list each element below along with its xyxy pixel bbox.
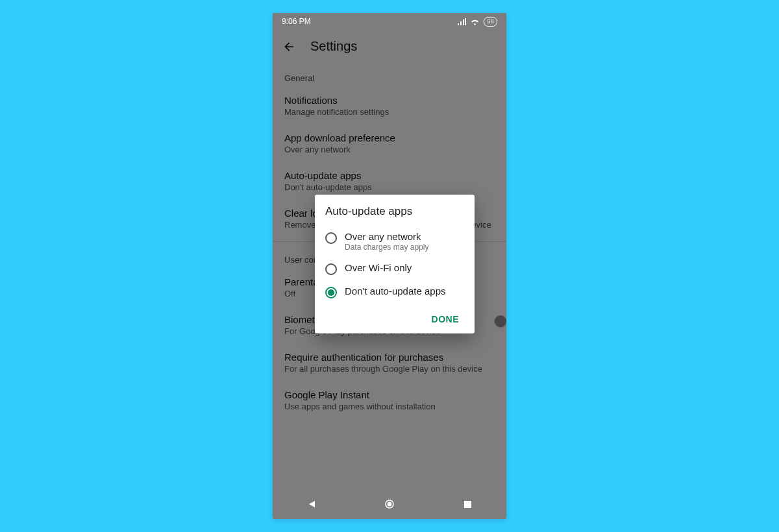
option-label: Over Wi-Fi only [345, 262, 412, 273]
auto-update-dialog: Auto-update apps Over any network Data c… [315, 195, 475, 333]
signal-icon [457, 18, 466, 25]
nav-bar [273, 492, 506, 519]
radio-icon[interactable] [325, 263, 337, 275]
done-button[interactable]: DONE [427, 310, 464, 328]
battery-level: 58 [487, 18, 494, 26]
option-sub: Data charges may apply [345, 243, 428, 252]
phone-frame: 9:06 PM 58 Settings General Notification… [273, 13, 506, 519]
nav-home-icon[interactable] [377, 499, 402, 512]
wifi-icon [470, 18, 480, 25]
option-any-network[interactable]: Over any network Data charges may apply [325, 226, 464, 257]
svg-point-1 [388, 502, 392, 507]
option-no-auto-update[interactable]: Don't auto-update apps [325, 280, 464, 304]
battery-icon: 58 [484, 17, 497, 27]
option-wifi-only[interactable]: Over Wi-Fi only [325, 257, 464, 280]
nav-back-icon[interactable] [299, 500, 325, 511]
radio-icon[interactable] [325, 287, 337, 298]
dialog-title: Auto-update apps [325, 205, 464, 218]
radio-icon[interactable] [325, 232, 337, 244]
option-label: Don't auto-update apps [345, 285, 445, 296]
svg-rect-2 [464, 501, 471, 508]
option-label: Over any network [345, 231, 428, 242]
status-right: 58 [457, 17, 497, 27]
nav-recents-icon[interactable] [454, 500, 480, 511]
status-bar: 9:06 PM 58 [273, 13, 506, 30]
status-time: 9:06 PM [282, 17, 311, 26]
